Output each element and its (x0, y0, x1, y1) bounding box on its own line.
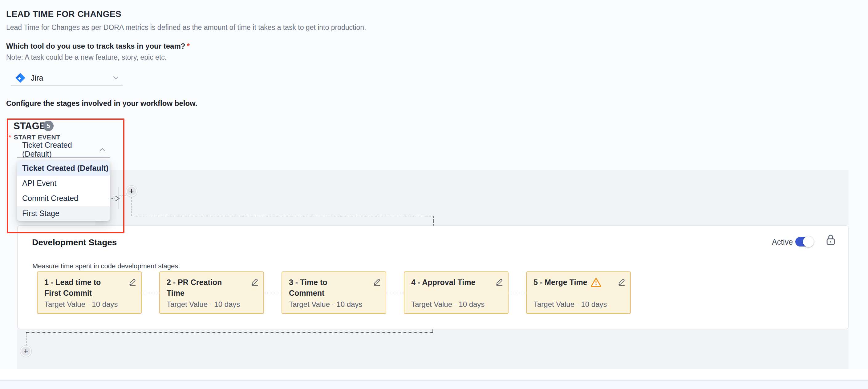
card-connector-dash (142, 293, 159, 293)
start-event-label-text: START EVENT (14, 134, 60, 141)
chevron-down-icon (113, 76, 119, 80)
connector-dot-horizontal (26, 332, 433, 333)
required-asterisk: * (9, 134, 11, 141)
connector-dash (26, 333, 27, 346)
development-stages-subtitle: Measure time spent in code development s… (32, 262, 180, 270)
start-event-select[interactable]: Ticket Created (Default) (17, 142, 110, 158)
edit-stage-button[interactable] (495, 278, 504, 286)
page-footer-strip (0, 381, 868, 389)
page-title: LEAD TIME FOR CHANGES (6, 9, 121, 19)
content-bottom-strip (0, 369, 868, 381)
stage-card-title: 2 - PR Creation Time (167, 277, 239, 298)
add-stage-button-bottom[interactable]: + (20, 346, 31, 357)
edit-stage-button[interactable] (373, 278, 381, 286)
card-connector-dash (386, 293, 404, 293)
stage-card-title: 4 - Approval Time (411, 277, 475, 288)
active-toggle[interactable] (795, 237, 813, 247)
stage-card-target: Target Value - 10 days (411, 300, 485, 309)
page-subtitle: Lead Time for Changes as per DORA metric… (6, 23, 366, 32)
card-connector-dash (264, 293, 282, 293)
stage-card-title: 1 - Lead time to First Commit (44, 277, 117, 298)
configure-instruction: Configure the stages involved in your wo… (6, 99, 197, 108)
stage-card-3: 3 - Time to Comment Target Value - 10 da… (282, 271, 386, 314)
dropdown-option-commit-created[interactable]: Commit Created (17, 191, 110, 206)
required-asterisk: * (187, 42, 189, 50)
tracker-question-text: Which tool do you use to track tasks in … (6, 42, 185, 50)
stage-card-target: Target Value - 10 days (533, 300, 607, 309)
tracker-question: Which tool do you use to track tasks in … (6, 42, 190, 51)
connector-dash (131, 197, 132, 216)
development-stages-title: Development Stages (32, 237, 117, 248)
workflow-canvas-bottom (17, 329, 848, 369)
stage-card-target: Target Value - 10 days (44, 300, 118, 309)
dropdown-option-api-event[interactable]: API Event (17, 176, 110, 191)
workflow-canvas-top (95, 170, 848, 225)
edit-stage-button[interactable] (251, 278, 259, 286)
tracker-note: Note: A task could be a new feature, sto… (6, 53, 167, 62)
connector-dash (433, 216, 434, 226)
chevron-up-icon (99, 148, 105, 152)
lead-time-for-changes-page: LEAD TIME FOR CHANGES Lead Time for Chan… (0, 0, 868, 389)
toggle-knob (803, 236, 814, 247)
stage-card-2: 2 - PR Creation Time Target Value - 10 d… (159, 271, 264, 314)
start-event-dropdown-menu: Ticket Created (Default) API Event Commi… (17, 161, 110, 221)
connector-dash-horizontal (132, 216, 434, 216)
stage-card-5: 5 - Merge Time Target Value - 10 days (526, 271, 631, 314)
dropdown-option-ticket-created[interactable]: Ticket Created (Default) (17, 161, 110, 176)
add-stage-button-top[interactable]: + (126, 186, 137, 197)
stage-card-title: 3 - Time to Comment (289, 277, 362, 298)
card-connector-dash (508, 293, 526, 293)
connector-dash (432, 329, 433, 332)
edit-stage-button[interactable] (128, 278, 137, 286)
start-event-label: *START EVENT (9, 134, 60, 141)
edit-stage-button[interactable] (618, 278, 626, 286)
stage-card-title: 5 - Merge Time (533, 277, 587, 288)
active-status-label: Active (772, 237, 793, 247)
dashed-arrow-icon (108, 195, 121, 202)
tool-select-value: Jira (31, 73, 43, 83)
stage-card-1: 1 - Lead time to First Commit Target Val… (37, 271, 142, 314)
start-event-select-value: Ticket Created (Default) (22, 141, 99, 159)
stage-card-4: 4 - Approval Time Target Value - 10 days (404, 271, 508, 314)
lock-icon[interactable] (825, 233, 837, 247)
dropdown-option-first-stage[interactable]: First Stage (17, 206, 110, 221)
warning-triangle-icon (590, 277, 601, 287)
stage-card-target: Target Value - 10 days (289, 300, 362, 309)
jira-logo-icon (15, 72, 26, 84)
stage-card-target: Target Value - 10 days (167, 300, 240, 309)
stages-count-badge: 5 (43, 121, 54, 131)
connector-dash (120, 195, 126, 195)
stage-cards-row: 1 - Lead time to First Commit Target Val… (37, 271, 631, 314)
tool-select[interactable]: Jira (11, 70, 123, 86)
